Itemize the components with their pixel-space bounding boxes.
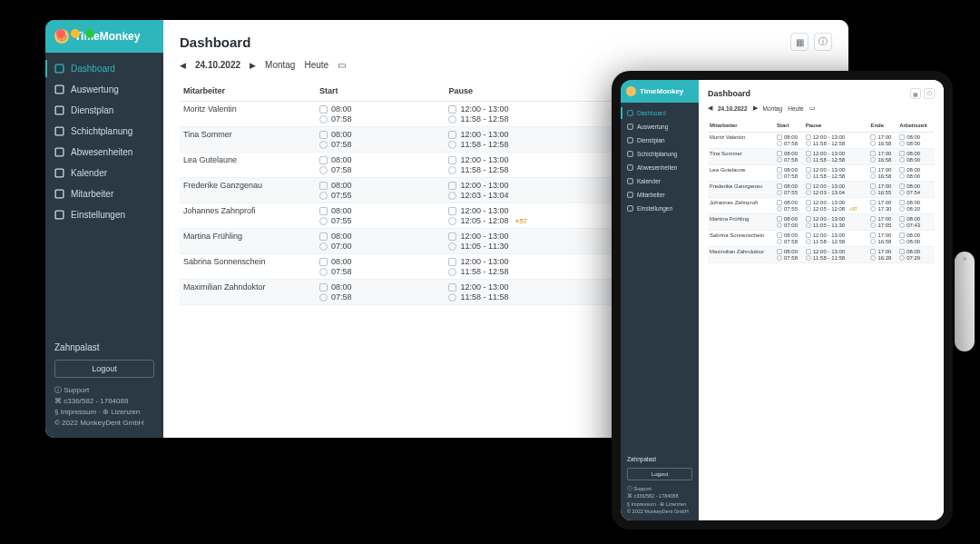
logout-button[interactable]: Logout [54,360,154,378]
tablet-row[interactable]: Moritz Valentin08:0007:5812:00 - 13:0011… [708,133,935,149]
employee-name: Tina Sommer [180,127,316,153]
employee-name: Maximilian Zahndoktor [708,247,775,263]
nav-item-kalender[interactable]: Kalender [45,163,163,183]
maximize-window-icon[interactable] [85,29,94,38]
nav-item-abwesenheiten[interactable]: Abwesenheiten [621,161,699,174]
clock-icon [777,173,782,179]
svg-rect-11 [628,152,633,157]
nav-item-schichtplanung[interactable]: Schichtplanung [45,121,163,142]
sidebar-footer: Zahnpalast Logout ⓘ Support ⌘ c336/582 -… [45,333,163,438]
nav-item-abwesenheiten[interactable]: Abwesenheiten [45,142,163,163]
version-text: ⌘ c336/582 - 1784088 [54,396,154,407]
clock-icon [870,190,876,195]
tablet-next-day[interactable]: ▶ [753,104,758,112]
clock-icon [448,268,456,276]
help-button[interactable]: ⓘ [814,33,832,51]
nav-item-dashboard[interactable]: Dashboard [45,58,163,79]
calendar-icon[interactable]: ▭ [338,60,346,70]
svg-rect-4 [55,148,64,156]
nav-item-mitarbeiter[interactable]: Mitarbeiter [621,188,699,202]
clock-icon [806,190,811,195]
einstellungen-icon [54,210,64,220]
plan-icon [899,134,905,140]
plan-icon [319,131,328,139]
tablet-row[interactable]: Maximilian Zahndoktor08:0007:5812:00 - 1… [708,247,935,263]
today-button[interactable]: Heute [304,60,328,70]
nav-item-schichtplanung[interactable]: Schichtplanung [621,147,699,161]
tablet-date[interactable]: 24.10.2022 [718,105,748,112]
support-link[interactable]: ⓘ Support [54,385,154,396]
tablet-brand-icon [626,86,636,96]
plan-icon [806,134,811,140]
nav-item-auswertung[interactable]: Auswertung [45,79,163,100]
clock-icon [319,115,328,124]
tablet-row[interactable]: Lea Gutelaune08:0007:5812:00 - 13:0011:5… [708,165,935,182]
minimize-window-icon[interactable] [71,29,80,38]
tablet-row[interactable]: Tina Sommer08:0007:5812:00 - 13:0011:58 … [708,149,935,165]
employee-name: Moritz Valentin [708,133,775,149]
tablet-row[interactable]: Frederike Ganzgenau08:0007:5512:00 - 13:… [708,182,935,198]
tablet-help-button[interactable]: ⓘ [924,88,935,99]
nav-item-dienstplan[interactable]: Dienstplan [45,100,163,121]
legal-links[interactable]: § Impressum · ⊕ Lizenzen [54,407,154,418]
clock-icon [870,255,876,261]
prev-day-button[interactable]: ◀ [180,61,186,70]
tablet-legal[interactable]: § Impressum · ⊕ Lizenzen [627,500,692,508]
clock-icon [448,293,456,302]
plan-icon [319,156,328,164]
clock-icon [806,239,811,244]
clock-icon [777,239,782,244]
tablet-row[interactable]: Sabrina Sonnenschein08:0007:5812:00 - 13… [708,231,935,247]
tablet-support-link[interactable]: ⓘ Support [627,485,692,492]
svg-rect-1 [55,85,64,94]
tablet-today[interactable]: Heute [788,105,803,112]
plan-icon [448,207,456,215]
tablet-row[interactable]: Martina Frühling08:0007:0012:00 - 13:001… [708,214,935,231]
nav-item-kalender[interactable]: Kalender [621,174,699,188]
clock-icon [777,141,782,146]
clock-icon [448,192,456,200]
nav-item-dienstplan[interactable]: Dienstplan [621,134,699,147]
plan-icon [319,182,328,190]
date-display[interactable]: 24.10.2022 [195,60,240,70]
nav-item-einstellungen[interactable]: Einstellungen [45,204,163,225]
plan-icon [448,131,456,139]
employee-name: Frederike Ganzgenau [708,182,775,198]
plan-icon [806,183,811,189]
clock-icon [806,255,811,261]
clock-icon [870,206,876,212]
svg-rect-6 [55,190,64,198]
sidebar-nav: DashboardAuswertungDienstplanSchichtplan… [45,53,163,333]
nav-item-dashboard[interactable]: Dashboard [621,106,699,120]
plan-icon [319,105,328,114]
close-window-icon[interactable] [56,29,65,38]
plan-icon [448,232,456,241]
plan-icon [870,167,876,173]
clock-icon [319,268,328,276]
plan-icon [806,151,811,156]
copyright: © 2022 MonkeyDent GmbH [54,418,154,429]
nav-item-einstellungen[interactable]: Einstellungen [621,202,699,215]
nav-item-auswertung[interactable]: Auswertung [621,120,699,134]
header-tools: ▦ ⓘ [790,33,832,51]
svg-rect-2 [55,106,64,114]
plan-icon [899,249,905,254]
mitarbeiter-icon [54,189,64,199]
tablet-date-toolbar: ◀ 24.10.2022 ▶ Montag Heute ▭ [708,104,935,112]
tablet-row[interactable]: Johannes Zahnprofi08:0007:5512:00 - 13:0… [708,198,935,214]
tablet-prev-day[interactable]: ◀ [708,104,712,112]
svg-rect-7 [55,211,64,219]
window-controls [56,29,94,38]
plan-icon [870,249,876,254]
grid-view-button[interactable]: ▦ [790,33,808,51]
tablet-sidebar: TimeMonkey DashboardAuswertungDienstplan… [621,80,699,520]
tablet-logout-button[interactable]: Logout [627,468,692,480]
plan-icon [777,134,782,140]
tablet-grid-button[interactable]: ▦ [910,88,921,99]
tablet-calendar-icon[interactable]: ▭ [809,104,816,112]
svg-rect-15 [628,206,633,212]
clock-icon [870,239,876,244]
next-day-button[interactable]: ▶ [250,61,256,70]
clock-icon [899,206,905,212]
nav-item-mitarbeiter[interactable]: Mitarbeiter [45,183,163,204]
